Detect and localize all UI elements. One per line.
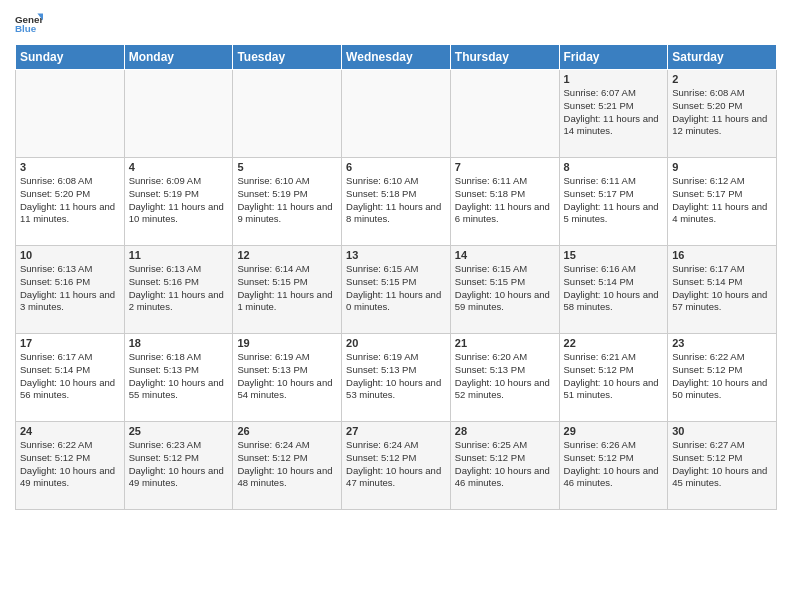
day-info: Sunrise: 6:27 AM Sunset: 5:12 PM Dayligh… [672,439,772,490]
day-number: 20 [346,337,446,349]
calendar-cell: 7Sunrise: 6:11 AM Sunset: 5:18 PM Daylig… [450,158,559,246]
day-info: Sunrise: 6:11 AM Sunset: 5:18 PM Dayligh… [455,175,555,226]
weekday-header-tuesday: Tuesday [233,45,342,70]
calendar-cell: 16Sunrise: 6:17 AM Sunset: 5:14 PM Dayli… [668,246,777,334]
day-number: 21 [455,337,555,349]
calendar-cell: 4Sunrise: 6:09 AM Sunset: 5:19 PM Daylig… [124,158,233,246]
day-number: 1 [564,73,664,85]
day-number: 16 [672,249,772,261]
calendar-body: 1Sunrise: 6:07 AM Sunset: 5:21 PM Daylig… [16,70,777,510]
week-row-3: 17Sunrise: 6:17 AM Sunset: 5:14 PM Dayli… [16,334,777,422]
day-number: 15 [564,249,664,261]
weekday-header-sunday: Sunday [16,45,125,70]
calendar-cell: 17Sunrise: 6:17 AM Sunset: 5:14 PM Dayli… [16,334,125,422]
calendar-cell: 29Sunrise: 6:26 AM Sunset: 5:12 PM Dayli… [559,422,668,510]
week-row-0: 1Sunrise: 6:07 AM Sunset: 5:21 PM Daylig… [16,70,777,158]
day-number: 9 [672,161,772,173]
day-number: 17 [20,337,120,349]
calendar-cell: 1Sunrise: 6:07 AM Sunset: 5:21 PM Daylig… [559,70,668,158]
calendar-cell: 30Sunrise: 6:27 AM Sunset: 5:12 PM Dayli… [668,422,777,510]
calendar-cell: 24Sunrise: 6:22 AM Sunset: 5:12 PM Dayli… [16,422,125,510]
weekday-header-row: SundayMondayTuesdayWednesdayThursdayFrid… [16,45,777,70]
day-info: Sunrise: 6:22 AM Sunset: 5:12 PM Dayligh… [672,351,772,402]
day-number: 11 [129,249,229,261]
day-number: 30 [672,425,772,437]
day-info: Sunrise: 6:08 AM Sunset: 5:20 PM Dayligh… [672,87,772,138]
day-number: 26 [237,425,337,437]
calendar-cell: 6Sunrise: 6:10 AM Sunset: 5:18 PM Daylig… [342,158,451,246]
day-number: 8 [564,161,664,173]
header: General Blue [15,10,777,38]
calendar-cell: 23Sunrise: 6:22 AM Sunset: 5:12 PM Dayli… [668,334,777,422]
day-number: 13 [346,249,446,261]
day-info: Sunrise: 6:17 AM Sunset: 5:14 PM Dayligh… [20,351,120,402]
calendar-cell: 28Sunrise: 6:25 AM Sunset: 5:12 PM Dayli… [450,422,559,510]
weekday-header-friday: Friday [559,45,668,70]
day-info: Sunrise: 6:22 AM Sunset: 5:12 PM Dayligh… [20,439,120,490]
day-info: Sunrise: 6:08 AM Sunset: 5:20 PM Dayligh… [20,175,120,226]
day-info: Sunrise: 6:10 AM Sunset: 5:19 PM Dayligh… [237,175,337,226]
day-info: Sunrise: 6:11 AM Sunset: 5:17 PM Dayligh… [564,175,664,226]
day-info: Sunrise: 6:13 AM Sunset: 5:16 PM Dayligh… [129,263,229,314]
logo: General Blue [15,10,47,38]
day-number: 14 [455,249,555,261]
day-number: 29 [564,425,664,437]
calendar-cell: 21Sunrise: 6:20 AM Sunset: 5:13 PM Dayli… [450,334,559,422]
day-number: 10 [20,249,120,261]
day-info: Sunrise: 6:19 AM Sunset: 5:13 PM Dayligh… [346,351,446,402]
calendar-cell [16,70,125,158]
calendar-cell [450,70,559,158]
weekday-header-monday: Monday [124,45,233,70]
day-number: 19 [237,337,337,349]
calendar-cell: 26Sunrise: 6:24 AM Sunset: 5:12 PM Dayli… [233,422,342,510]
day-number: 28 [455,425,555,437]
day-number: 4 [129,161,229,173]
weekday-header-wednesday: Wednesday [342,45,451,70]
day-info: Sunrise: 6:09 AM Sunset: 5:19 PM Dayligh… [129,175,229,226]
weekday-header-thursday: Thursday [450,45,559,70]
calendar-cell: 14Sunrise: 6:15 AM Sunset: 5:15 PM Dayli… [450,246,559,334]
week-row-2: 10Sunrise: 6:13 AM Sunset: 5:16 PM Dayli… [16,246,777,334]
weekday-header-saturday: Saturday [668,45,777,70]
day-number: 7 [455,161,555,173]
calendar-cell: 5Sunrise: 6:10 AM Sunset: 5:19 PM Daylig… [233,158,342,246]
logo-icon: General Blue [15,10,43,38]
main-container: General Blue SundayMondayTuesdayWednesda… [0,0,792,520]
day-info: Sunrise: 6:26 AM Sunset: 5:12 PM Dayligh… [564,439,664,490]
calendar-cell: 12Sunrise: 6:14 AM Sunset: 5:15 PM Dayli… [233,246,342,334]
day-number: 3 [20,161,120,173]
calendar-cell [342,70,451,158]
calendar-cell: 13Sunrise: 6:15 AM Sunset: 5:15 PM Dayli… [342,246,451,334]
calendar-cell: 11Sunrise: 6:13 AM Sunset: 5:16 PM Dayli… [124,246,233,334]
day-info: Sunrise: 6:19 AM Sunset: 5:13 PM Dayligh… [237,351,337,402]
day-info: Sunrise: 6:15 AM Sunset: 5:15 PM Dayligh… [455,263,555,314]
svg-text:Blue: Blue [15,23,37,34]
day-number: 23 [672,337,772,349]
day-info: Sunrise: 6:24 AM Sunset: 5:12 PM Dayligh… [237,439,337,490]
calendar-table: SundayMondayTuesdayWednesdayThursdayFrid… [15,44,777,510]
day-info: Sunrise: 6:15 AM Sunset: 5:15 PM Dayligh… [346,263,446,314]
day-info: Sunrise: 6:16 AM Sunset: 5:14 PM Dayligh… [564,263,664,314]
calendar-cell [233,70,342,158]
calendar-cell: 25Sunrise: 6:23 AM Sunset: 5:12 PM Dayli… [124,422,233,510]
calendar-cell: 15Sunrise: 6:16 AM Sunset: 5:14 PM Dayli… [559,246,668,334]
calendar-cell: 3Sunrise: 6:08 AM Sunset: 5:20 PM Daylig… [16,158,125,246]
day-number: 27 [346,425,446,437]
day-info: Sunrise: 6:25 AM Sunset: 5:12 PM Dayligh… [455,439,555,490]
day-number: 12 [237,249,337,261]
day-info: Sunrise: 6:10 AM Sunset: 5:18 PM Dayligh… [346,175,446,226]
calendar-cell: 10Sunrise: 6:13 AM Sunset: 5:16 PM Dayli… [16,246,125,334]
calendar-cell: 27Sunrise: 6:24 AM Sunset: 5:12 PM Dayli… [342,422,451,510]
calendar-cell: 2Sunrise: 6:08 AM Sunset: 5:20 PM Daylig… [668,70,777,158]
day-info: Sunrise: 6:13 AM Sunset: 5:16 PM Dayligh… [20,263,120,314]
week-row-1: 3Sunrise: 6:08 AM Sunset: 5:20 PM Daylig… [16,158,777,246]
calendar-cell: 20Sunrise: 6:19 AM Sunset: 5:13 PM Dayli… [342,334,451,422]
calendar-header: SundayMondayTuesdayWednesdayThursdayFrid… [16,45,777,70]
day-number: 25 [129,425,229,437]
calendar-cell [124,70,233,158]
week-row-4: 24Sunrise: 6:22 AM Sunset: 5:12 PM Dayli… [16,422,777,510]
calendar-cell: 18Sunrise: 6:18 AM Sunset: 5:13 PM Dayli… [124,334,233,422]
calendar-cell: 22Sunrise: 6:21 AM Sunset: 5:12 PM Dayli… [559,334,668,422]
day-info: Sunrise: 6:23 AM Sunset: 5:12 PM Dayligh… [129,439,229,490]
day-info: Sunrise: 6:17 AM Sunset: 5:14 PM Dayligh… [672,263,772,314]
